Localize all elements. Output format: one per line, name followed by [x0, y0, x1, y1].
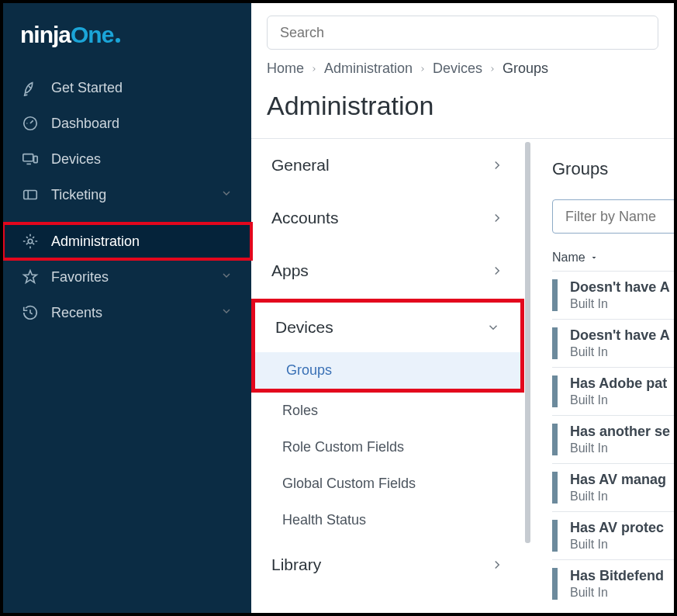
sidebar-item-devices[interactable]: Devices	[3, 141, 251, 177]
chevron-right-icon	[490, 558, 504, 572]
breadcrumb-item: Groups	[503, 61, 548, 77]
list-item[interactable]: Has another seBuilt In	[552, 415, 674, 463]
sidebar-item-dashboard[interactable]: Dashboard	[3, 106, 251, 141]
logo[interactable]: ninjaOne	[3, 17, 251, 70]
svg-rect-2	[34, 156, 38, 162]
caret-down-icon	[590, 254, 598, 261]
acc-label: Apps	[271, 261, 309, 280]
sidebar-item-ticketing[interactable]: Ticketing	[3, 177, 251, 213]
column-header-name[interactable]: Name	[552, 251, 674, 265]
breadcrumb: Home Administration Devices Groups	[251, 61, 674, 77]
logo-text-right: One	[71, 22, 113, 48]
sidebar-item-get-started[interactable]: Get Started	[3, 70, 251, 106]
sidebar-item-label: Favorites	[51, 269, 109, 286]
list-item[interactable]: Doesn't have ABuilt In	[552, 319, 674, 367]
chevron-right-icon	[490, 211, 504, 225]
acc-sub-role-custom-fields[interactable]: Role Custom Fields	[251, 429, 524, 465]
sidebar-item-label: Devices	[51, 151, 101, 168]
acc-devices[interactable]: Devices	[255, 303, 520, 352]
acc-sub-groups[interactable]: Groups	[255, 352, 520, 389]
list-item[interactable]: Has BitdefendBuilt In	[552, 559, 674, 607]
star-icon	[22, 268, 39, 286]
group-indicator-icon	[552, 424, 558, 455]
group-indicator-icon	[552, 327, 558, 359]
chevron-down-icon	[220, 269, 233, 286]
group-indicator-icon	[552, 520, 558, 552]
scrollbar[interactable]	[525, 142, 530, 543]
acc-accounts[interactable]: Accounts	[251, 192, 524, 244]
chevron-right-icon	[419, 65, 427, 73]
breadcrumb-item[interactable]: Administration	[324, 61, 413, 77]
list-item[interactable]: Has AV managBuilt In	[552, 463, 674, 511]
sidebar-item-favorites[interactable]: Favorites	[3, 259, 251, 295]
breadcrumb-item[interactable]: Devices	[433, 61, 482, 77]
list-item[interactable]: Has Adobe patBuilt In	[552, 367, 674, 415]
acc-general[interactable]: General	[251, 139, 524, 192]
chevron-right-icon	[490, 158, 504, 172]
gauge-icon	[22, 115, 39, 132]
page-title: Administration	[251, 77, 674, 138]
breadcrumb-item[interactable]: Home	[267, 61, 304, 77]
group-indicator-icon	[552, 568, 558, 600]
acc-apps[interactable]: Apps	[251, 244, 524, 297]
groups-panel: Groups Name Doesn't have ABuilt In Doesn…	[530, 139, 674, 613]
acc-library[interactable]: Library	[251, 538, 524, 591]
acc-label: Devices	[275, 318, 333, 337]
sidebar-item-administration[interactable]: Administration	[3, 223, 251, 259]
highlight-devices-box: Devices Groups	[251, 299, 524, 393]
sidebar-item-label: Recents	[51, 305, 102, 321]
acc-label: Library	[271, 555, 321, 574]
sidebar-item-label: Dashboard	[51, 116, 119, 132]
chevron-down-icon	[220, 305, 233, 321]
chevron-down-icon	[220, 187, 233, 203]
acc-label: General	[271, 156, 330, 175]
sidebar-item-label: Ticketing	[51, 187, 106, 203]
list-item[interactable]: Doesn't have ABuilt In	[552, 271, 674, 319]
chevron-down-icon	[486, 320, 500, 334]
panel-title: Groups	[552, 159, 674, 179]
chevron-right-icon	[489, 65, 496, 73]
sidebar-item-label: Get Started	[51, 80, 123, 96]
group-indicator-icon	[552, 472, 558, 504]
group-indicator-icon	[552, 279, 558, 311]
group-indicator-icon	[552, 375, 558, 407]
sidebar-item-recents[interactable]: Recents	[3, 295, 251, 330]
filter-input[interactable]	[552, 199, 674, 234]
chevron-right-icon	[310, 65, 318, 73]
svg-point-3	[28, 239, 33, 244]
gear-icon	[22, 233, 39, 250]
settings-accordion: General Accounts Apps Devices Groups Rol…	[251, 139, 530, 613]
sidebar-item-label: Administration	[51, 234, 140, 250]
ticket-icon	[22, 186, 39, 203]
acc-sub-global-custom-fields[interactable]: Global Custom Fields	[251, 465, 524, 502]
acc-sub-health-status[interactable]: Health Status	[251, 502, 524, 538]
history-icon	[22, 304, 39, 321]
devices-icon	[22, 151, 39, 168]
groups-list: Doesn't have ABuilt In Doesn't have ABui…	[552, 271, 674, 607]
main-content: Home Administration Devices Groups Admin…	[251, 3, 674, 613]
rocket-icon	[22, 79, 39, 96]
search-input[interactable]	[267, 16, 658, 50]
logo-dot-icon	[116, 38, 120, 43]
logo-text-left: ninja	[20, 22, 71, 48]
acc-label: Accounts	[271, 209, 338, 227]
acc-sub-roles[interactable]: Roles	[251, 393, 524, 429]
chevron-right-icon	[490, 264, 504, 278]
svg-rect-1	[23, 154, 33, 161]
list-item[interactable]: Has AV protecBuilt In	[552, 511, 674, 559]
sidebar: ninjaOne Get Started Dashboard Devices T…	[3, 3, 251, 613]
